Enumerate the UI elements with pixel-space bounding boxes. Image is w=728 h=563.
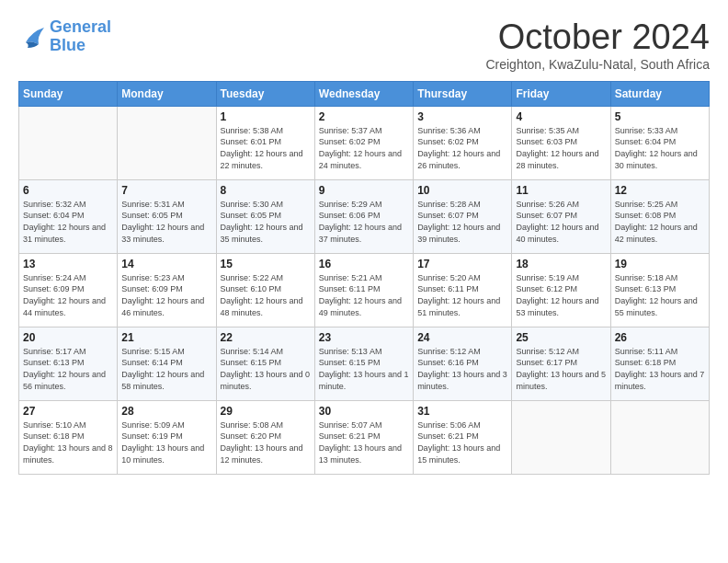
col-header-thursday: Thursday xyxy=(414,81,512,106)
day-cell: 16Sunrise: 5:21 AMSunset: 6:11 PMDayligh… xyxy=(314,253,413,327)
day-info: Sunrise: 5:17 AMSunset: 6:13 PMDaylight:… xyxy=(23,346,113,392)
logo-text: General Blue xyxy=(50,18,111,55)
day-cell: 25Sunrise: 5:12 AMSunset: 6:17 PMDayligh… xyxy=(512,327,610,400)
day-number: 31 xyxy=(417,405,507,418)
day-cell: 19Sunrise: 5:18 AMSunset: 6:13 PMDayligh… xyxy=(610,253,709,327)
day-cell: 8Sunrise: 5:30 AMSunset: 6:05 PMDaylight… xyxy=(216,179,314,253)
day-info: Sunrise: 5:25 AMSunset: 6:08 PMDaylight:… xyxy=(615,199,705,245)
week-row-2: 6Sunrise: 5:32 AMSunset: 6:04 PMDaylight… xyxy=(19,179,710,253)
day-info: Sunrise: 5:19 AMSunset: 6:12 PMDaylight:… xyxy=(516,272,606,318)
day-number: 16 xyxy=(319,258,409,270)
day-cell: 5Sunrise: 5:33 AMSunset: 6:04 PMDaylight… xyxy=(610,106,709,179)
day-number: 12 xyxy=(615,184,705,197)
week-row-5: 27Sunrise: 5:10 AMSunset: 6:18 PMDayligh… xyxy=(19,400,710,474)
day-cell xyxy=(118,106,216,179)
day-cell: 24Sunrise: 5:12 AMSunset: 6:16 PMDayligh… xyxy=(414,327,512,400)
day-cell: 1Sunrise: 5:38 AMSunset: 6:01 PMDaylight… xyxy=(216,106,314,179)
day-cell xyxy=(19,106,118,179)
location-subtitle: Creighton, KwaZulu-Natal, South Africa xyxy=(485,57,710,72)
day-info: Sunrise: 5:12 AMSunset: 6:17 PMDaylight:… xyxy=(516,346,606,392)
day-cell: 3Sunrise: 5:36 AMSunset: 6:02 PMDaylight… xyxy=(414,106,512,179)
day-number: 23 xyxy=(319,331,409,344)
col-header-friday: Friday xyxy=(512,81,610,106)
day-cell: 18Sunrise: 5:19 AMSunset: 6:12 PMDayligh… xyxy=(512,253,610,327)
day-info: Sunrise: 5:26 AMSunset: 6:07 PMDaylight:… xyxy=(516,199,606,245)
day-number: 30 xyxy=(319,405,409,418)
logo-icon xyxy=(18,24,46,50)
col-header-saturday: Saturday xyxy=(610,81,709,106)
day-number: 14 xyxy=(121,258,211,270)
day-number: 29 xyxy=(221,405,311,418)
day-info: Sunrise: 5:09 AMSunset: 6:19 PMDaylight:… xyxy=(121,419,211,465)
day-info: Sunrise: 5:11 AMSunset: 6:18 PMDaylight:… xyxy=(615,346,705,392)
day-number: 22 xyxy=(221,331,311,344)
day-cell: 10Sunrise: 5:28 AMSunset: 6:07 PMDayligh… xyxy=(414,179,512,253)
title-block: October 2024 Creighton, KwaZulu-Natal, S… xyxy=(485,18,710,72)
day-info: Sunrise: 5:35 AMSunset: 6:03 PMDaylight:… xyxy=(516,125,606,171)
day-cell: 6Sunrise: 5:32 AMSunset: 6:04 PMDaylight… xyxy=(19,179,118,253)
day-number: 3 xyxy=(417,110,507,123)
day-info: Sunrise: 5:30 AMSunset: 6:05 PMDaylight:… xyxy=(221,199,311,245)
day-info: Sunrise: 5:38 AMSunset: 6:01 PMDaylight:… xyxy=(221,125,311,171)
day-info: Sunrise: 5:37 AMSunset: 6:02 PMDaylight:… xyxy=(319,125,409,171)
month-title: October 2024 xyxy=(485,18,710,57)
day-cell: 14Sunrise: 5:23 AMSunset: 6:09 PMDayligh… xyxy=(118,253,216,327)
day-number: 26 xyxy=(615,331,705,344)
day-number: 20 xyxy=(23,331,113,344)
day-cell: 22Sunrise: 5:14 AMSunset: 6:15 PMDayligh… xyxy=(216,327,314,400)
calendar-header-row: SundayMondayTuesdayWednesdayThursdayFrid… xyxy=(19,81,710,106)
day-number: 1 xyxy=(221,110,311,123)
day-cell: 23Sunrise: 5:13 AMSunset: 6:15 PMDayligh… xyxy=(314,327,413,400)
day-number: 7 xyxy=(121,184,211,197)
calendar-table: SundayMondayTuesdayWednesdayThursdayFrid… xyxy=(18,81,710,475)
day-number: 17 xyxy=(417,258,507,270)
col-header-wednesday: Wednesday xyxy=(314,81,413,106)
day-number: 15 xyxy=(221,258,311,270)
day-info: Sunrise: 5:10 AMSunset: 6:18 PMDaylight:… xyxy=(23,419,113,465)
day-info: Sunrise: 5:23 AMSunset: 6:09 PMDaylight:… xyxy=(121,272,211,318)
day-info: Sunrise: 5:18 AMSunset: 6:13 PMDaylight:… xyxy=(615,272,705,318)
day-cell: 30Sunrise: 5:07 AMSunset: 6:21 PMDayligh… xyxy=(314,400,413,474)
day-info: Sunrise: 5:13 AMSunset: 6:15 PMDaylight:… xyxy=(319,346,409,392)
day-cell: 12Sunrise: 5:25 AMSunset: 6:08 PMDayligh… xyxy=(610,179,709,253)
day-number: 2 xyxy=(319,110,409,123)
day-info: Sunrise: 5:08 AMSunset: 6:20 PMDaylight:… xyxy=(221,419,311,465)
logo: General Blue xyxy=(18,18,111,55)
day-cell: 11Sunrise: 5:26 AMSunset: 6:07 PMDayligh… xyxy=(512,179,610,253)
week-row-1: 1Sunrise: 5:38 AMSunset: 6:01 PMDaylight… xyxy=(19,106,710,179)
day-number: 6 xyxy=(23,184,113,197)
day-info: Sunrise: 5:29 AMSunset: 6:06 PMDaylight:… xyxy=(319,199,409,245)
day-number: 8 xyxy=(221,184,311,197)
day-number: 25 xyxy=(516,331,606,344)
day-number: 27 xyxy=(23,405,113,418)
page-header: General Blue October 2024 Creighton, Kwa… xyxy=(18,18,710,72)
day-info: Sunrise: 5:33 AMSunset: 6:04 PMDaylight:… xyxy=(615,125,705,171)
day-number: 24 xyxy=(417,331,507,344)
day-number: 10 xyxy=(417,184,507,197)
day-info: Sunrise: 5:06 AMSunset: 6:21 PMDaylight:… xyxy=(417,419,507,465)
day-cell: 21Sunrise: 5:15 AMSunset: 6:14 PMDayligh… xyxy=(118,327,216,400)
day-number: 5 xyxy=(615,110,705,123)
week-row-4: 20Sunrise: 5:17 AMSunset: 6:13 PMDayligh… xyxy=(19,327,710,400)
day-number: 21 xyxy=(121,331,211,344)
day-cell: 28Sunrise: 5:09 AMSunset: 6:19 PMDayligh… xyxy=(118,400,216,474)
day-cell: 26Sunrise: 5:11 AMSunset: 6:18 PMDayligh… xyxy=(610,327,709,400)
day-cell: 7Sunrise: 5:31 AMSunset: 6:05 PMDaylight… xyxy=(118,179,216,253)
day-cell: 27Sunrise: 5:10 AMSunset: 6:18 PMDayligh… xyxy=(19,400,118,474)
day-cell: 4Sunrise: 5:35 AMSunset: 6:03 PMDaylight… xyxy=(512,106,610,179)
day-number: 18 xyxy=(516,258,606,270)
day-number: 19 xyxy=(615,258,705,270)
day-info: Sunrise: 5:36 AMSunset: 6:02 PMDaylight:… xyxy=(417,125,507,171)
day-cell: 29Sunrise: 5:08 AMSunset: 6:20 PMDayligh… xyxy=(216,400,314,474)
day-number: 11 xyxy=(516,184,606,197)
col-header-monday: Monday xyxy=(118,81,216,106)
week-row-3: 13Sunrise: 5:24 AMSunset: 6:09 PMDayligh… xyxy=(19,253,710,327)
day-info: Sunrise: 5:32 AMSunset: 6:04 PMDaylight:… xyxy=(23,199,113,245)
day-number: 28 xyxy=(121,405,211,418)
day-cell: 13Sunrise: 5:24 AMSunset: 6:09 PMDayligh… xyxy=(19,253,118,327)
day-number: 4 xyxy=(516,110,606,123)
day-info: Sunrise: 5:07 AMSunset: 6:21 PMDaylight:… xyxy=(319,419,409,465)
day-cell xyxy=(512,400,610,474)
day-cell: 15Sunrise: 5:22 AMSunset: 6:10 PMDayligh… xyxy=(216,253,314,327)
day-number: 9 xyxy=(319,184,409,197)
